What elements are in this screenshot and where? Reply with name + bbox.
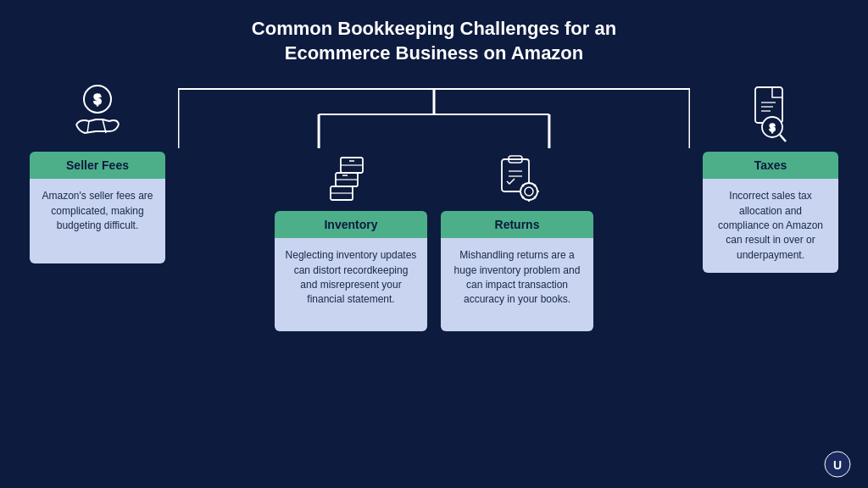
- taxes-icon: $: [737, 80, 804, 148]
- returns-header: Returns: [441, 211, 593, 238]
- page-title: Common Bookkeeping Challenges for an Eco…: [25, 17, 843, 65]
- returns-section: Returns Mishandling returns are a huge i…: [441, 148, 593, 331]
- main-container: Common Bookkeeping Challenges for an Eco…: [0, 0, 868, 488]
- inventory-body: Neglecting inventory updates can distort…: [275, 238, 427, 331]
- svg-line-37: [780, 135, 786, 141]
- inventory-icon: [321, 148, 381, 208]
- seller-fees-section: $ Seller Fees Amazon's seller fees are c…: [25, 80, 170, 263]
- center-area: Inventory Neglecting inventory updates c…: [178, 80, 690, 331]
- seller-fees-icon: $: [64, 80, 131, 148]
- seller-fees-header: Seller Fees: [30, 152, 165, 179]
- svg-text:$: $: [94, 92, 102, 107]
- taxes-body: Incorrect sales tax allocation and compl…: [703, 179, 838, 273]
- taxes-section: $ Taxes Incorrect sales tax allocation a…: [698, 80, 843, 273]
- returns-icon: [487, 148, 547, 208]
- svg-text:$: $: [770, 122, 776, 134]
- connector-lines: [178, 80, 690, 148]
- seller-fees-card: Seller Fees Amazon's seller fees are com…: [30, 152, 165, 263]
- seller-fees-body: Amazon's seller fees are complicated, ma…: [30, 179, 165, 263]
- content-area: $ Seller Fees Amazon's seller fees are c…: [25, 80, 843, 331]
- svg-text:U: U: [833, 458, 842, 472]
- inventory-card: Inventory Neglecting inventory updates c…: [275, 211, 427, 331]
- returns-card: Returns Mishandling returns are a huge i…: [441, 211, 593, 331]
- taxes-header: Taxes: [703, 152, 838, 179]
- svg-line-2: [87, 121, 89, 133]
- returns-body: Mishandling returns are a huge inventory…: [441, 238, 593, 331]
- brand-logo: U: [824, 451, 851, 478]
- inventory-section: Inventory Neglecting inventory updates c…: [275, 148, 427, 331]
- inventory-header: Inventory: [275, 211, 427, 238]
- taxes-card: Taxes Incorrect sales tax allocation and…: [703, 152, 838, 273]
- center-cards: Inventory Neglecting inventory updates c…: [275, 148, 593, 331]
